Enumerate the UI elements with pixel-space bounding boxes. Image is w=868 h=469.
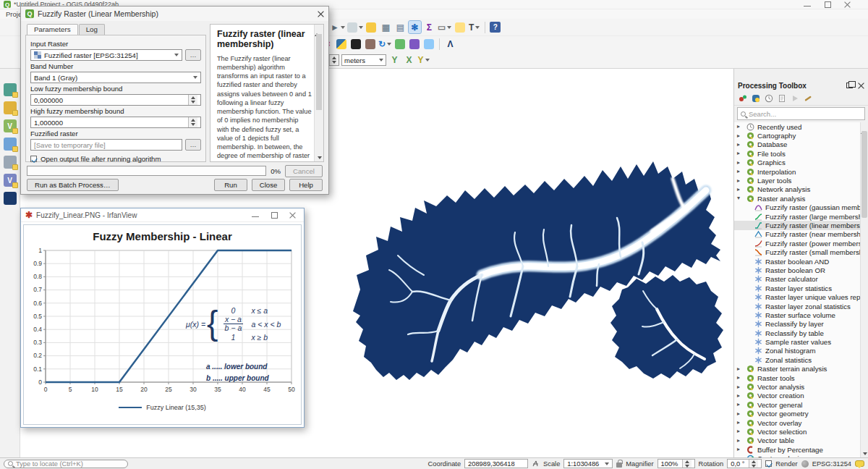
chevron-right-icon[interactable]: ▸ — [737, 124, 743, 130]
group-vector-table[interactable]: ▸Vector table — [734, 436, 860, 445]
lambda-expressions-icon[interactable]: Λ — [444, 38, 456, 51]
tab-log[interactable]: Log — [79, 24, 105, 35]
processing-toolbox-toggle-icon[interactable]: ✻ — [409, 21, 421, 33]
chevron-right-icon[interactable]: ▸ — [737, 375, 743, 381]
maximize-icon[interactable] — [271, 212, 278, 219]
minimize-icon[interactable] — [252, 212, 259, 219]
coordinate-input[interactable]: 208989,306418 — [464, 459, 528, 468]
group-raster-terrain-analysis[interactable]: ▸Raster terrain analysis — [734, 365, 860, 373]
group-buffer-by-percentage[interactable]: ▸Buffer by Percentage — [734, 445, 860, 454]
snapping-x-icon[interactable]: X — [403, 54, 415, 67]
alg-raster-layer-zonal-statistics[interactable]: Raster layer zonal statistics — [734, 302, 860, 310]
close-dialog-icon[interactable] — [318, 11, 324, 17]
rotation-input[interactable]: 0,0 ° — [727, 459, 762, 468]
chevron-down-icon[interactable]: ▾ — [737, 195, 743, 201]
chevron-right-icon[interactable]: ▸ — [737, 187, 743, 193]
help-scrollbar[interactable] — [314, 25, 323, 161]
statistical-summary-icon[interactable]: ▤ — [394, 21, 407, 33]
add-raster-layer-icon[interactable] — [4, 101, 17, 114]
map-tips-icon[interactable] — [454, 21, 466, 33]
alg-fuzzify-raster-power-membership-[interactable]: Fuzzify raster (power membership) — [734, 239, 860, 248]
spinner-icon[interactable] — [188, 95, 197, 105]
temporal-controller-icon[interactable] — [4, 192, 17, 205]
alg-sample-raster-values[interactable]: Sample raster values — [734, 337, 860, 346]
measure-icon[interactable]: ▭ — [438, 21, 451, 33]
group-vector-geometry[interactable]: ▸Vector geometry — [734, 410, 860, 418]
close-button[interactable]: Close — [252, 179, 285, 191]
crs-value[interactable]: EPSG:31254 — [812, 460, 851, 468]
new-map-view-icon[interactable] — [365, 21, 378, 33]
chevron-right-icon[interactable]: ▸ — [737, 411, 743, 417]
units-combo[interactable]: meters — [341, 54, 386, 66]
alg-fuzzify-raster-large-membership-[interactable]: Fuzzify raster (large membership) — [734, 212, 860, 221]
group-vector-general[interactable]: ▸Vector general — [734, 400, 860, 409]
sigma-statistics-icon[interactable]: Σ — [423, 21, 435, 33]
alg-fuzzify-raster-gaussian-membership-[interactable]: Fuzzify raster (gaussian membership) — [734, 203, 860, 212]
open-output-checkbox[interactable] — [30, 156, 37, 162]
chevron-right-icon[interactable]: ▸ — [737, 151, 743, 156]
chevron-right-icon[interactable]: ▸ — [737, 133, 743, 139]
output-browse-button[interactable]: … — [185, 139, 201, 151]
low-bound-input[interactable]: 0,000000 — [30, 94, 201, 106]
restore-icon[interactable] — [824, 1, 831, 8]
datasource-manager-icon[interactable] — [4, 83, 17, 96]
alg-raster-boolean-or[interactable]: Raster boolean OR — [734, 266, 860, 274]
group-vector-overlay[interactable]: ▸Vector overlay — [734, 418, 860, 427]
results-icon[interactable] — [778, 94, 786, 103]
chevron-right-icon[interactable]: ▸ — [737, 142, 743, 148]
band-combo[interactable]: Band 1 (Gray) — [30, 72, 201, 83]
alg-raster-surface-volume[interactable]: Raster surface volume — [734, 310, 860, 319]
chevron-right-icon[interactable]: ▸ — [737, 366, 743, 372]
cancel-button[interactable]: Cancel — [285, 165, 323, 177]
group-raster-analysis[interactable]: ▾Raster analysis — [734, 194, 860, 203]
alg-reclassify-by-table[interactable]: Reclassify by table — [734, 329, 860, 337]
extent-toggle-icon[interactable] — [532, 460, 540, 468]
group-layer-tools[interactable]: ▸Layer tools — [734, 176, 860, 185]
chevron-right-icon[interactable]: ▸ — [737, 169, 743, 174]
alg-raster-boolean-and[interactable]: Raster boolean AND — [734, 257, 860, 266]
group-raster-tools[interactable]: ▸Raster tools — [734, 373, 860, 382]
help-icon[interactable]: ? — [490, 22, 501, 33]
open-attribute-table-icon[interactable]: ▦ — [380, 21, 392, 33]
close-icon[interactable] — [844, 1, 851, 8]
chevron-right-icon[interactable]: ▸ — [737, 420, 743, 426]
text-annotation-icon[interactable]: T — [468, 21, 480, 33]
osgeo-disc-icon[interactable] — [408, 38, 420, 51]
debug-bug-icon[interactable] — [349, 38, 362, 51]
chevron-right-icon[interactable]: ▸ — [737, 384, 743, 390]
print-layout-icon[interactable] — [4, 156, 17, 169]
chevron-right-icon[interactable]: ▸ — [737, 402, 743, 407]
plugin-manager-icon[interactable] — [393, 38, 406, 51]
group-database[interactable]: ▸Database — [734, 140, 860, 149]
snapping-y1-icon[interactable]: Y — [388, 54, 401, 67]
input-raster-combo[interactable]: Fuzzified raster [EPSG:31254] — [30, 49, 182, 61]
input-raster-browse-button[interactable]: … — [185, 49, 201, 61]
add-vector-layer-icon[interactable]: V — [4, 119, 17, 132]
chevron-right-icon[interactable]: ▸ — [737, 428, 743, 434]
dialog-titlebar[interactable]: Q Fuzzify Raster (Linear Membership) — [21, 7, 328, 21]
add-mesh-layer-icon[interactable]: V — [4, 174, 17, 187]
lock-icon[interactable] — [616, 462, 622, 468]
group-graphics[interactable]: ▸Graphics — [734, 159, 860, 167]
chevron-right-icon[interactable]: ▸ — [737, 160, 743, 166]
chevron-right-icon[interactable]: ▸ — [737, 447, 743, 452]
group-vector-analysis[interactable]: ▸Vector analysis — [734, 382, 860, 391]
history-icon[interactable] — [765, 94, 773, 103]
alg-zonal-histogram[interactable]: Zonal histogram — [734, 347, 860, 355]
group-network-analysis[interactable]: ▸Network analysis — [734, 185, 860, 194]
run-as-batch-button[interactable]: Run as Batch Process… — [27, 179, 119, 191]
viewer-titlebar[interactable]: ✱ Fuzzify_Linear.PNG - IrfanView — [21, 208, 304, 222]
menu-project[interactable]: Proje — [6, 10, 22, 18]
toolbox-search-input[interactable]: Search... — [737, 107, 865, 120]
group-cartography[interactable]: ▸Cartography — [734, 131, 860, 140]
run-button[interactable]: Run — [214, 179, 247, 191]
crs-globe-icon[interactable] — [801, 460, 809, 468]
locator-input[interactable]: Type to locate (Ctrl+K) — [4, 460, 128, 468]
magnifier-input[interactable]: 100% — [658, 459, 695, 468]
scale-combo[interactable]: 1:1030486 — [563, 459, 613, 468]
group-recently-used[interactable]: ▸Recently used — [734, 122, 860, 131]
select-features-icon[interactable]: ► — [331, 21, 345, 33]
alg-fuzzify-raster-small-membership-[interactable]: Fuzzify raster (small membership) — [734, 248, 860, 256]
models-icon[interactable] — [739, 94, 747, 103]
refresh-plugins-icon[interactable]: ↻ — [378, 38, 391, 51]
